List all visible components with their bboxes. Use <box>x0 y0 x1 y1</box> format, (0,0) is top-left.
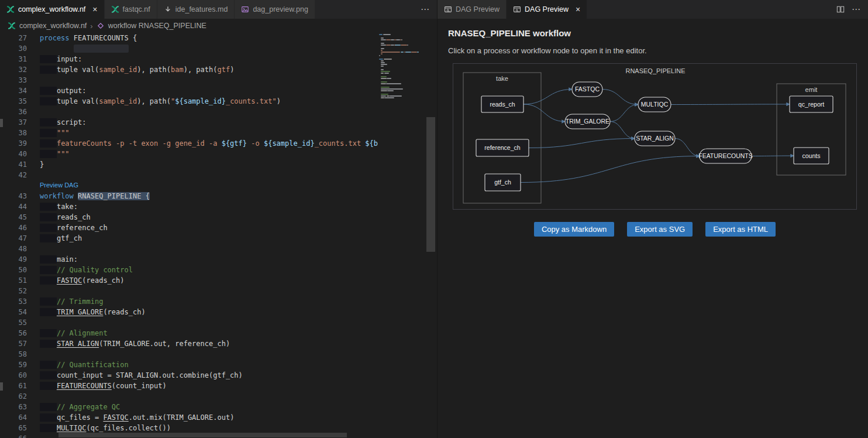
svg-text:FEATURECOUNTS: FEATURECOUNTS <box>698 152 753 159</box>
code-line: 61 FEATURECOUNTS(count_input) <box>0 381 379 391</box>
line-number: 40 <box>0 149 27 159</box>
tab-dag-preview[interactable]: DAG Preview <box>438 0 507 19</box>
more-actions-icon[interactable]: ⋯ <box>852 4 861 15</box>
line-number: 41 <box>0 159 27 170</box>
process-link[interactable]: FEATURECOUNTS <box>57 382 112 390</box>
code-token: gtf <box>217 66 230 74</box>
line-number: 66 <box>0 433 27 438</box>
tab-fastqc-nf[interactable]: fastqc.nf <box>105 0 157 19</box>
export-as-svg-button[interactable]: Export as SVG <box>627 222 693 237</box>
dag-node-qc_report[interactable]: qc_report <box>790 96 833 112</box>
line-number: 52 <box>0 286 27 296</box>
svg-text:FASTQC: FASTQC <box>575 85 600 93</box>
nextflow-icon <box>8 22 16 30</box>
tab-dag-preview[interactable]: DAG Preview× <box>507 0 587 19</box>
code-token: RNASEQ_PIPELINE { <box>78 192 150 200</box>
export-buttons: Copy as MarkdownExport as SVGExport as H… <box>453 222 857 237</box>
minimap-line <box>381 53 383 54</box>
minimap-line <box>381 88 402 90</box>
tab-ide-features-md[interactable]: ide_features.md <box>157 0 235 19</box>
code-token: main: <box>57 255 78 264</box>
more-actions-icon[interactable]: ⋯ <box>421 4 430 15</box>
export-as-html-button[interactable]: Export as HTML <box>705 222 776 237</box>
split-editor-icon[interactable] <box>836 5 845 13</box>
gutter-decoration <box>0 119 3 127</box>
minimap-line <box>396 39 400 40</box>
vertical-scrollbar[interactable] <box>426 117 435 252</box>
svg-text:reads_ch: reads_ch <box>490 101 515 108</box>
tab-dag-preview-png[interactable]: dag_preview.png <box>235 0 315 19</box>
copy-as-markdown-button[interactable]: Copy as Markdown <box>534 222 614 237</box>
minimap-line <box>401 45 407 46</box>
dag-node-TRIM_GALORE[interactable]: TRIM_GALORE <box>565 114 610 129</box>
line-number: 47 <box>0 233 27 244</box>
minimap-line <box>391 39 395 40</box>
svg-text:STAR_ALIGN: STAR_ALIGN <box>636 135 674 142</box>
code-token <box>40 97 57 105</box>
close-icon[interactable]: × <box>92 5 97 13</box>
code-token: _counts.txt" <box>226 97 277 105</box>
code-token: ) <box>230 66 234 74</box>
code-token: take: <box>57 203 78 211</box>
line-number: 38 <box>0 128 27 138</box>
line-number: 46 <box>0 223 27 233</box>
codelens-preview-dag[interactable]: Preview DAG <box>40 182 78 189</box>
dag-edge-gtf_ch-FEATURECOUNTS <box>521 156 700 183</box>
process-link[interactable]: TRIM_GALORE <box>57 308 103 316</box>
code-line: 36 <box>0 107 379 117</box>
minimap-line <box>381 62 385 63</box>
code-line: 43workflow RNASEQ_PIPELINE { <box>0 191 379 201</box>
code-line: 60 count_input = STAR_ALIGN.out.combine(… <box>0 370 379 381</box>
process-link[interactable]: STAR_ALIGN <box>57 340 99 348</box>
code-token: qc_files = <box>57 413 103 422</box>
process-link[interactable]: MULTIQC <box>57 424 87 432</box>
code-token <box>40 308 57 316</box>
code-token: script: <box>57 118 87 126</box>
gutter-decoration <box>0 382 3 391</box>
breadcrumb-symbol[interactable]: workflow RNASEQ_PIPELINE <box>108 22 206 30</box>
breadcrumb-file[interactable]: complex_workflow.nf <box>19 22 87 30</box>
line-number: 56 <box>0 328 27 338</box>
dag-node-FASTQC[interactable]: FASTQC <box>572 82 602 97</box>
minimap-line <box>405 52 411 53</box>
code-token: process <box>40 34 74 42</box>
dag-node-MULTIQC[interactable]: MULTIQC <box>638 97 671 112</box>
code-line: 52 <box>0 286 379 296</box>
code-line: 51 FASTQC(reads_ch) <box>0 275 379 286</box>
tab-complex-workflow-nf[interactable]: complex_workflow.nf× <box>0 0 105 19</box>
dag-node-reads_ch[interactable]: reads_ch <box>481 96 523 112</box>
panel-subtitle: Click on a process or workflow node to o… <box>448 46 856 55</box>
minimap[interactable] <box>379 33 425 438</box>
minimap-line <box>381 50 383 51</box>
dag-node-counts[interactable]: counts <box>794 148 829 164</box>
dag-node-FEATURECOUNTS[interactable]: FEATURECOUNTS <box>698 149 753 163</box>
line-number: 48 <box>0 244 27 254</box>
minimap-line <box>381 66 384 67</box>
code-token: reference_ch <box>57 224 108 232</box>
code-line: 53 // Trimming <box>0 296 379 307</box>
horizontal-scrollbar[interactable] <box>58 433 347 437</box>
minimap-line <box>381 43 384 44</box>
line-number: 31 <box>0 54 27 64</box>
line-number: 59 <box>0 360 27 370</box>
line-number: 32 <box>0 64 27 75</box>
dag-node-STAR_ALIGN[interactable]: STAR_ALIGN <box>635 131 675 146</box>
minimap-line <box>386 45 391 46</box>
minimap-line <box>381 73 384 74</box>
code-token: bam <box>171 66 184 74</box>
minimap-line <box>411 52 416 53</box>
code-token: // Trimming <box>57 297 103 306</box>
process-link[interactable]: FASTQC <box>57 276 82 285</box>
line-number: 65 <box>0 423 27 433</box>
process-link[interactable]: FASTQC <box>103 413 128 422</box>
code-line: 34 output: <box>0 85 379 96</box>
code-token: count_input = STAR_ALIGN.out.combine(gtf… <box>57 371 243 379</box>
dag-node-gtf_ch[interactable]: gtf_ch <box>485 174 521 191</box>
minimap-line <box>395 45 401 46</box>
code-editor[interactable]: 27process FEATURECOUNTS {30 31 input:32 … <box>0 33 379 438</box>
minimap-line <box>384 59 392 60</box>
svg-text:gtf_ch: gtf_ch <box>494 179 511 186</box>
close-icon[interactable]: × <box>576 5 580 13</box>
code-token <box>40 329 57 337</box>
dag-node-reference_ch[interactable]: reference_ch <box>476 139 529 156</box>
